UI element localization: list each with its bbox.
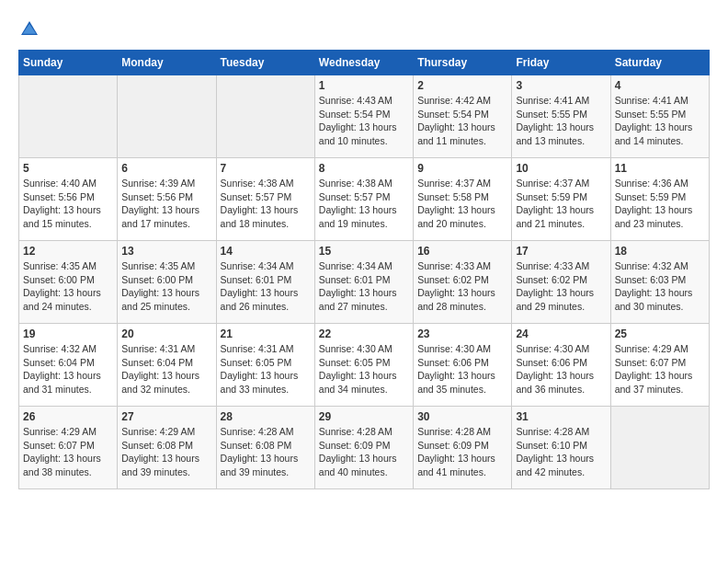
day-number: 10	[516, 162, 606, 175]
calendar-cell: 9Sunrise: 4:37 AMSunset: 5:58 PMDaylight…	[414, 158, 512, 241]
day-info: Sunrise: 4:31 AMSunset: 6:04 PMDaylight:…	[121, 342, 211, 396]
calendar-cell: 23Sunrise: 4:30 AMSunset: 6:06 PMDayligh…	[414, 324, 512, 407]
day-info: Sunrise: 4:28 AMSunset: 6:10 PMDaylight:…	[516, 425, 606, 479]
day-info: Sunrise: 4:41 AMSunset: 5:55 PMDaylight:…	[615, 94, 705, 148]
calendar-week-2: 5Sunrise: 4:40 AMSunset: 5:56 PMDaylight…	[19, 158, 710, 241]
day-info: Sunrise: 4:36 AMSunset: 5:59 PMDaylight:…	[615, 177, 705, 231]
header	[18, 18, 710, 40]
weekday-header-saturday: Saturday	[610, 51, 709, 75]
day-number: 2	[417, 79, 507, 92]
weekday-header-wednesday: Wednesday	[314, 51, 413, 75]
day-number: 29	[319, 410, 409, 423]
day-number: 17	[516, 245, 606, 258]
day-info: Sunrise: 4:40 AMSunset: 5:56 PMDaylight:…	[23, 177, 113, 231]
day-info: Sunrise: 4:29 AMSunset: 6:07 PMDaylight:…	[23, 425, 113, 479]
day-number: 3	[516, 79, 606, 92]
day-info: Sunrise: 4:28 AMSunset: 6:09 PMDaylight:…	[417, 425, 507, 479]
weekday-header-monday: Monday	[118, 51, 216, 75]
calendar-cell: 4Sunrise: 4:41 AMSunset: 5:55 PMDaylight…	[610, 75, 709, 158]
calendar-cell: 25Sunrise: 4:29 AMSunset: 6:07 PMDayligh…	[610, 324, 709, 407]
day-number: 9	[417, 162, 507, 175]
day-info: Sunrise: 4:32 AMSunset: 6:04 PMDaylight:…	[23, 342, 113, 396]
day-number: 30	[417, 410, 507, 423]
weekday-header-friday: Friday	[512, 51, 610, 75]
calendar-cell: 24Sunrise: 4:30 AMSunset: 6:06 PMDayligh…	[512, 324, 610, 407]
svg-marker-1	[23, 24, 36, 34]
day-number: 12	[23, 245, 113, 258]
day-info: Sunrise: 4:34 AMSunset: 6:01 PMDaylight:…	[221, 259, 311, 314]
day-number: 15	[319, 245, 409, 258]
day-info: Sunrise: 4:30 AMSunset: 6:06 PMDaylight:…	[516, 342, 606, 396]
calendar-cell: 12Sunrise: 4:35 AMSunset: 6:00 PMDayligh…	[19, 241, 118, 324]
calendar-cell: 27Sunrise: 4:29 AMSunset: 6:08 PMDayligh…	[118, 407, 216, 489]
day-number: 6	[121, 162, 211, 175]
day-number: 13	[121, 245, 211, 258]
calendar-header: SundayMondayTuesdayWednesdayThursdayFrid…	[19, 51, 710, 75]
day-info: Sunrise: 4:34 AMSunset: 6:01 PMDaylight:…	[319, 259, 409, 314]
calendar-cell: 7Sunrise: 4:38 AMSunset: 5:57 PMDaylight…	[216, 158, 314, 241]
calendar-cell	[19, 75, 118, 158]
day-info: Sunrise: 4:29 AMSunset: 6:08 PMDaylight:…	[121, 425, 211, 479]
day-number: 22	[319, 327, 409, 340]
calendar-cell: 26Sunrise: 4:29 AMSunset: 6:07 PMDayligh…	[19, 407, 118, 489]
weekday-header-sunday: Sunday	[19, 51, 118, 75]
calendar-cell: 16Sunrise: 4:33 AMSunset: 6:02 PMDayligh…	[414, 241, 512, 324]
calendar-body: 1Sunrise: 4:43 AMSunset: 5:54 PMDaylight…	[19, 75, 710, 489]
day-number: 8	[319, 162, 409, 175]
day-info: Sunrise: 4:28 AMSunset: 6:08 PMDaylight:…	[221, 425, 311, 479]
day-number: 4	[615, 79, 705, 92]
calendar-cell: 14Sunrise: 4:34 AMSunset: 6:01 PMDayligh…	[216, 241, 314, 324]
day-info: Sunrise: 4:41 AMSunset: 5:55 PMDaylight:…	[516, 94, 606, 148]
day-info: Sunrise: 4:30 AMSunset: 6:06 PMDaylight:…	[417, 342, 507, 396]
calendar-cell: 20Sunrise: 4:31 AMSunset: 6:04 PMDayligh…	[118, 324, 216, 407]
day-number: 7	[221, 162, 311, 175]
calendar-cell: 22Sunrise: 4:30 AMSunset: 6:05 PMDayligh…	[314, 324, 413, 407]
calendar-cell: 21Sunrise: 4:31 AMSunset: 6:05 PMDayligh…	[216, 324, 314, 407]
day-info: Sunrise: 4:33 AMSunset: 6:02 PMDaylight:…	[417, 259, 507, 314]
calendar-cell: 1Sunrise: 4:43 AMSunset: 5:54 PMDaylight…	[314, 75, 413, 158]
day-info: Sunrise: 4:37 AMSunset: 5:59 PMDaylight:…	[516, 177, 606, 231]
day-number: 14	[221, 245, 311, 258]
calendar-cell: 13Sunrise: 4:35 AMSunset: 6:00 PMDayligh…	[118, 241, 216, 324]
day-number: 26	[23, 410, 113, 423]
calendar-cell: 6Sunrise: 4:39 AMSunset: 5:56 PMDaylight…	[118, 158, 216, 241]
day-number: 16	[417, 245, 507, 258]
calendar-cell: 18Sunrise: 4:32 AMSunset: 6:03 PMDayligh…	[610, 241, 709, 324]
calendar-cell: 5Sunrise: 4:40 AMSunset: 5:56 PMDaylight…	[19, 158, 118, 241]
day-number: 18	[615, 245, 705, 258]
day-number: 20	[121, 327, 211, 340]
day-info: Sunrise: 4:35 AMSunset: 6:00 PMDaylight:…	[23, 259, 113, 314]
calendar-week-1: 1Sunrise: 4:43 AMSunset: 5:54 PMDaylight…	[19, 75, 710, 158]
calendar-cell	[118, 75, 216, 158]
weekday-header-thursday: Thursday	[414, 51, 512, 75]
calendar-cell: 28Sunrise: 4:28 AMSunset: 6:08 PMDayligh…	[216, 407, 314, 489]
logo-icon	[18, 18, 40, 40]
day-info: Sunrise: 4:38 AMSunset: 5:57 PMDaylight:…	[319, 177, 409, 231]
day-number: 23	[417, 327, 507, 340]
calendar-cell: 2Sunrise: 4:42 AMSunset: 5:54 PMDaylight…	[414, 75, 512, 158]
calendar-cell: 8Sunrise: 4:38 AMSunset: 5:57 PMDaylight…	[314, 158, 413, 241]
calendar-cell: 30Sunrise: 4:28 AMSunset: 6:09 PMDayligh…	[414, 407, 512, 489]
day-info: Sunrise: 4:32 AMSunset: 6:03 PMDaylight:…	[615, 259, 705, 314]
day-info: Sunrise: 4:29 AMSunset: 6:07 PMDaylight:…	[615, 342, 705, 396]
calendar-cell: 11Sunrise: 4:36 AMSunset: 5:59 PMDayligh…	[610, 158, 709, 241]
calendar-cell	[216, 75, 314, 158]
day-number: 11	[615, 162, 705, 175]
day-info: Sunrise: 4:30 AMSunset: 6:05 PMDaylight:…	[319, 342, 409, 396]
calendar-week-5: 26Sunrise: 4:29 AMSunset: 6:07 PMDayligh…	[19, 407, 710, 489]
day-info: Sunrise: 4:35 AMSunset: 6:00 PMDaylight:…	[121, 259, 211, 314]
calendar-cell: 17Sunrise: 4:33 AMSunset: 6:02 PMDayligh…	[512, 241, 610, 324]
calendar-week-3: 12Sunrise: 4:35 AMSunset: 6:00 PMDayligh…	[19, 241, 710, 324]
calendar-table: SundayMondayTuesdayWednesdayThursdayFrid…	[18, 50, 710, 489]
day-number: 27	[121, 410, 211, 423]
day-info: Sunrise: 4:39 AMSunset: 5:56 PMDaylight:…	[121, 177, 211, 231]
day-number: 24	[516, 327, 606, 340]
day-info: Sunrise: 4:37 AMSunset: 5:58 PMDaylight:…	[417, 177, 507, 231]
weekday-header-tuesday: Tuesday	[216, 51, 314, 75]
calendar-cell: 10Sunrise: 4:37 AMSunset: 5:59 PMDayligh…	[512, 158, 610, 241]
calendar-cell: 15Sunrise: 4:34 AMSunset: 6:01 PMDayligh…	[314, 241, 413, 324]
day-info: Sunrise: 4:28 AMSunset: 6:09 PMDaylight:…	[319, 425, 409, 479]
day-info: Sunrise: 4:42 AMSunset: 5:54 PMDaylight:…	[417, 94, 507, 148]
calendar-cell: 31Sunrise: 4:28 AMSunset: 6:10 PMDayligh…	[512, 407, 610, 489]
day-number: 19	[23, 327, 113, 340]
